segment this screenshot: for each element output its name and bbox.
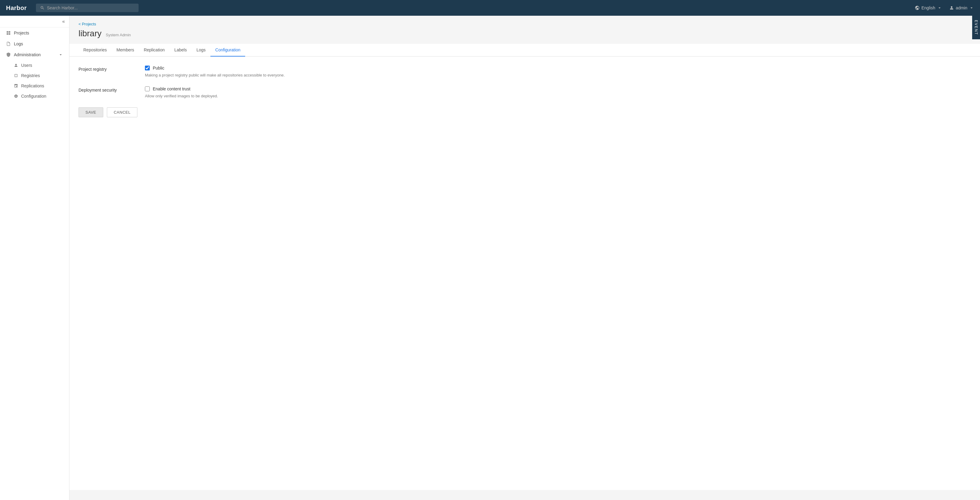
project-registry-label: Project registry (78, 65, 145, 72)
search-icon (40, 5, 45, 10)
sidebar-projects-label: Projects (14, 30, 29, 35)
tab-labels[interactable]: Labels (169, 44, 191, 56)
public-label: Public (153, 65, 164, 70)
sidebar-collapse-bar: « (0, 16, 69, 27)
admin-icon (6, 52, 11, 57)
language-selector[interactable]: English (915, 5, 942, 10)
sidebar: « Projects Logs Administration Users Reg… (0, 16, 70, 500)
project-registry-control: Public Making a project registry public … (145, 65, 971, 77)
app-logo: Harbor (6, 5, 27, 11)
sidebar-item-configuration[interactable]: Configuration (0, 91, 69, 101)
config-icon (14, 94, 18, 98)
project-tabs: Repositories Members Replication Labels … (70, 44, 980, 56)
grid-icon (6, 30, 11, 35)
search-container (36, 4, 138, 12)
registry-icon (14, 73, 18, 78)
replication-icon (14, 84, 18, 88)
content-trust-help-text: Allow only verified images to be deploye… (145, 94, 971, 98)
sidebar-item-replications[interactable]: Replications (0, 81, 69, 91)
tab-configuration[interactable]: Configuration (210, 44, 245, 56)
user-label: admin (956, 5, 967, 10)
breadcrumb[interactable]: < Projects (78, 22, 971, 26)
content-trust-label: Enable content trust (153, 86, 191, 91)
user-menu[interactable]: admin (949, 5, 974, 10)
public-checkbox[interactable] (145, 65, 150, 70)
sidebar-item-registries[interactable]: Registries (0, 70, 69, 81)
sidebar-admin-label: Administration (14, 52, 41, 57)
project-registry-row: Project registry Public Making a project… (78, 65, 971, 77)
tab-replication[interactable]: Replication (139, 44, 169, 56)
page-header: library System Admin (78, 29, 971, 38)
sidebar-users-label: Users (21, 63, 32, 68)
main-content: < Projects library System Admin Reposito… (70, 16, 980, 500)
sidebar-registries-label: Registries (21, 73, 40, 78)
content-trust-checkbox[interactable] (145, 86, 150, 91)
public-help-text: Making a project registry public will ma… (145, 73, 971, 77)
deployment-security-row: Deployment security Enable content trust… (78, 86, 971, 98)
project-badge: System Admin (106, 33, 131, 37)
page-title: library (78, 29, 102, 38)
sidebar-logs-label: Logs (14, 42, 23, 46)
cancel-button[interactable]: CANCEL (107, 107, 138, 117)
app-layout: « Projects Logs Administration Users Reg… (0, 16, 980, 500)
chevron-down-icon (58, 52, 63, 57)
action-buttons: SAVE CANCEL (78, 107, 971, 117)
sidebar-item-logs[interactable]: Logs (0, 38, 69, 49)
sidebar-item-users[interactable]: Users (0, 60, 69, 70)
sidebar-item-projects[interactable]: Projects (0, 27, 69, 38)
tab-repositories[interactable]: Repositories (78, 44, 112, 56)
sidebar-replications-label: Replications (21, 83, 44, 88)
public-checkbox-row: Public (145, 65, 971, 70)
content-trust-checkbox-row: Enable content trust (145, 86, 971, 91)
deployment-security-label: Deployment security (78, 86, 145, 93)
event-tab[interactable]: EVENT (972, 16, 980, 39)
tab-logs[interactable]: Logs (192, 44, 210, 56)
user-icon (14, 63, 18, 67)
language-label: English (921, 5, 935, 10)
config-section: Project registry Public Making a project… (70, 56, 980, 490)
save-button[interactable]: SAVE (78, 107, 103, 117)
deployment-security-control: Enable content trust Allow only verified… (145, 86, 971, 98)
sidebar-administration[interactable]: Administration (0, 49, 69, 60)
topnav-right: English admin (915, 5, 974, 10)
tab-members[interactable]: Members (112, 44, 139, 56)
content-inner: < Projects library System Admin Reposito… (70, 16, 980, 496)
sidebar-collapse-button[interactable]: « (62, 19, 65, 24)
search-input[interactable] (47, 5, 134, 10)
top-navigation: Harbor English admin (0, 0, 980, 16)
sidebar-config-label: Configuration (21, 94, 46, 99)
log-icon (6, 42, 11, 46)
